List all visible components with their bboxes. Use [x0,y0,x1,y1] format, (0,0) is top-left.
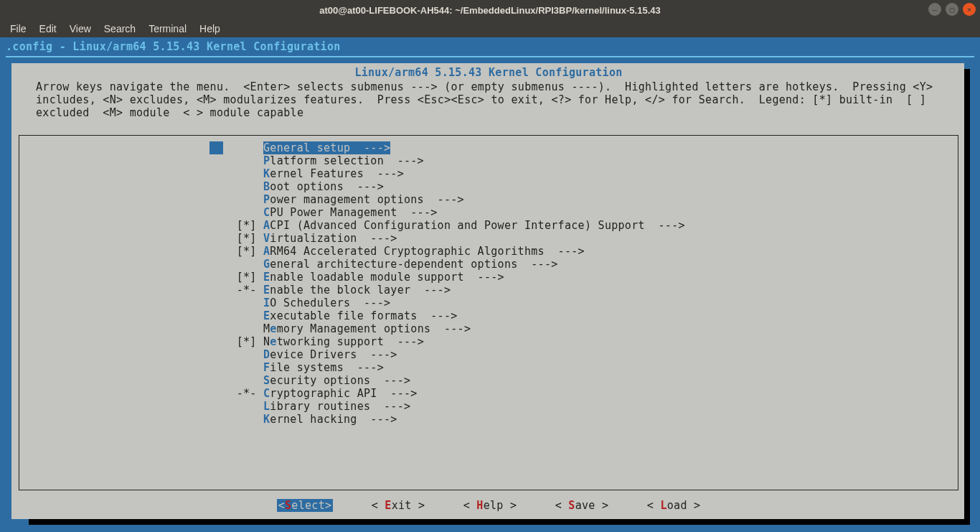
help-button[interactable]: < Help > [463,499,517,512]
menu-help[interactable]: Help [194,22,226,36]
menu-item[interactable]: Security options ---> [19,374,958,387]
window-title: at00@at00-LIFEBOOK-AH544: ~/EmbeddedLinu… [0,5,980,16]
menu-item[interactable]: General architecture-dependent options -… [19,258,958,271]
save-button[interactable]: < Save > [555,499,609,512]
menu-item[interactable]: Device Drivers ---> [19,348,958,361]
help-text: Arrow keys navigate the menu. <Enter> se… [13,79,964,125]
header-rule [6,56,974,57]
config-header: .config - Linux/arm64 5.15.43 Kernel Con… [0,37,980,55]
menubar: File Edit View Search Terminal Help [0,20,980,37]
menu-item[interactable]: [*] Enable loadable module support ---> [19,271,958,284]
close-icon[interactable]: × [963,3,976,16]
menu-file[interactable]: File [4,22,32,36]
menu-item[interactable]: [*] ACPI (Advanced Configuration and Pow… [19,219,958,232]
menu-item[interactable]: Platform selection ---> [19,154,958,167]
exit-button[interactable]: < Exit > [372,499,425,512]
menu-item[interactable]: General setup ---> [19,141,958,154]
load-button[interactable]: < Load > [647,499,701,512]
menu-terminal[interactable]: Terminal [143,22,192,36]
panel-title: Linux/arm64 5.15.43 Kernel Configuration [13,65,964,79]
menu-item[interactable]: File systems ---> [19,361,958,374]
shadow-bottom [29,519,970,525]
menu-item[interactable]: Power management options ---> [19,193,958,206]
minimize-icon[interactable]: – [928,3,941,16]
button-row: <Select> < Exit > < Help > < Save > < Lo… [13,499,964,512]
config-panel: Linux/arm64 5.15.43 Kernel Configuration… [11,63,964,519]
menu-item[interactable]: Kernel Features ---> [19,167,958,180]
menu-edit[interactable]: Edit [34,22,62,36]
maximize-icon[interactable]: ▢ [946,3,958,16]
menu-list[interactable]: General setup ---> Platform selection --… [19,136,958,426]
menu-item[interactable]: Library routines ---> [19,400,958,413]
menu-item[interactable]: -*- Cryptographic API ---> [19,387,958,400]
titlebar: at00@at00-LIFEBOOK-AH544: ~/EmbeddedLinu… [0,0,980,20]
menu-item[interactable]: Kernel hacking ---> [19,413,958,426]
menu-item[interactable]: Memory Management options ---> [19,322,958,335]
menu-item[interactable]: Boot options ---> [19,180,958,193]
menu-view[interactable]: View [64,22,97,36]
select-button[interactable]: <Select> [277,499,334,512]
menu-item[interactable]: [*] Virtualization ---> [19,232,958,245]
menu-item[interactable]: -*- Enable the block layer ---> [19,284,958,297]
menu-item[interactable]: [*] ARM64 Accelerated Cryptographic Algo… [19,245,958,258]
menu-item[interactable]: Executable file formats ---> [19,309,958,322]
terminal-area: .config - Linux/arm64 5.15.43 Kernel Con… [0,37,980,532]
menu-item[interactable]: [*] Networking support ---> [19,335,958,348]
shadow-right [964,69,970,525]
menu-item[interactable]: IO Schedulers ---> [19,297,958,309]
window-controls: – ▢ × [928,3,976,16]
menu-search[interactable]: Search [98,22,141,36]
menu-box: General setup ---> Platform selection --… [19,135,958,490]
menu-item[interactable]: CPU Power Management ---> [19,206,958,219]
